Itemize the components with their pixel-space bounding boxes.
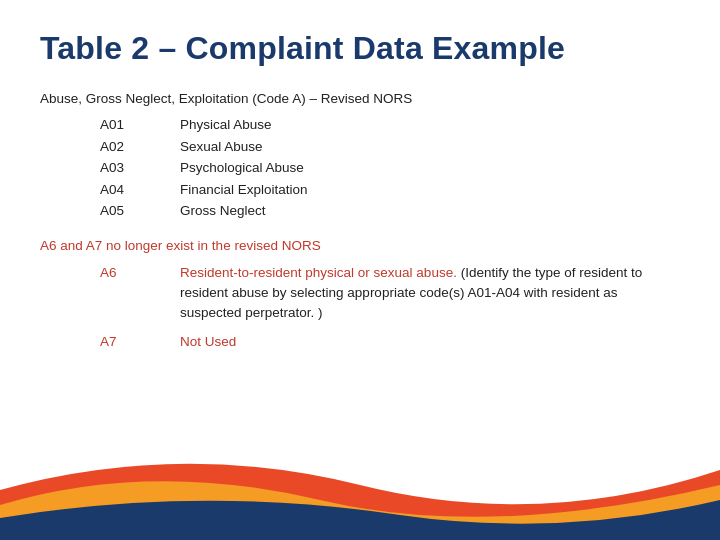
code-value: Psychological Abuse [180,157,304,179]
table-row: A03Psychological Abuse [100,157,680,179]
revised-header: A6 and A7 no longer exist in the revised… [40,236,680,257]
a7-row: A7 Not Used [40,332,680,353]
slide: Table 2 – Complaint Data Example Abuse, … [0,0,720,540]
table-row: A01Physical Abuse [100,114,680,136]
revised-section: A6 and A7 no longer exist in the revised… [40,236,680,353]
page-title: Table 2 – Complaint Data Example [40,30,680,67]
table-row: A02Sexual Abuse [100,136,680,158]
code-value: Physical Abuse [180,114,272,136]
code-label: A03 [100,157,180,179]
section1-header: Abuse, Gross Neglect, Exploitation (Code… [40,89,680,110]
main-content: Abuse, Gross Neglect, Exploitation (Code… [40,89,680,352]
a7-label: A7 [100,332,180,353]
code-label: A01 [100,114,180,136]
bottom-decoration [0,430,720,540]
code-label: A05 [100,200,180,222]
a6-desc-text: Resident-to-resident physical or sexual … [180,265,457,280]
a7-value: Not Used [180,332,236,353]
a6-row: A6 Resident-to-resident physical or sexu… [40,263,680,324]
code-list: A01Physical AbuseA02Sexual AbuseA03Psych… [100,114,680,222]
code-label: A04 [100,179,180,201]
code-value: Sexual Abuse [180,136,263,158]
a6-desc: Resident-to-resident physical or sexual … [180,263,680,324]
a6-label: A6 [100,263,180,324]
code-label: A02 [100,136,180,158]
code-value: Financial Exploitation [180,179,308,201]
code-value: Gross Neglect [180,200,266,222]
table-row: A05Gross Neglect [100,200,680,222]
table-row: A04Financial Exploitation [100,179,680,201]
